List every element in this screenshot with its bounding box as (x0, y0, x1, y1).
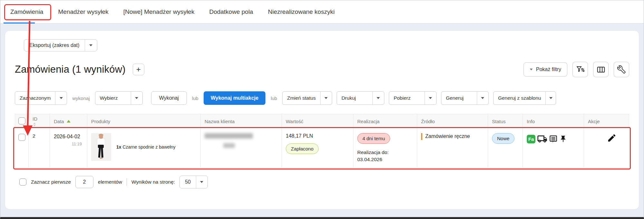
actions-cell (584, 129, 629, 168)
target-select-toggle[interactable] (55, 92, 67, 105)
table-header-row: ID Data Produkty Naz (15, 114, 629, 129)
column-header-source[interactable]: Źródło (417, 114, 488, 129)
column-header-id[interactable]: ID (29, 114, 50, 129)
select-first-label: Zaznacz pierwsze (31, 179, 71, 185)
edit-pencil-icon[interactable] (607, 133, 617, 143)
download-select[interactable]: Pobierz (389, 91, 437, 105)
order-date-cell: 2026-04-02 11:19 (50, 129, 87, 168)
tools-button[interactable] (614, 62, 629, 77)
column-header-status[interactable]: Status (488, 114, 523, 129)
per-page-select[interactable]: 50 (179, 176, 208, 188)
product-thumbnail[interactable] (91, 133, 111, 161)
filter-sort-button[interactable] (572, 62, 588, 77)
download-select-toggle[interactable] (425, 92, 436, 105)
chevron-down-icon (324, 97, 328, 99)
generate-select-value: Generuj (441, 92, 477, 105)
product-quantity: 1x (116, 144, 121, 150)
target-select[interactable]: Zaznaczonym (15, 91, 67, 105)
page-background: Eksportuj (zakres dat) Zamówienia (1 wyn… (0, 23, 644, 217)
generate-template-select[interactable]: Generuj z szablonu (493, 91, 556, 105)
change-status-select[interactable]: Zmień status (282, 91, 332, 105)
column-header-actions: Akcje (584, 114, 629, 129)
generate-template-value: Generuj z szablonu (494, 92, 546, 105)
chevron-down-icon (377, 97, 380, 99)
invoice-icon[interactable]: Fa (527, 135, 535, 143)
generate-template-toggle[interactable] (545, 92, 556, 105)
source-cell: Zamówienie ręczne (417, 129, 488, 168)
pushpin-icon[interactable] (559, 135, 567, 143)
column-header-value[interactable]: Wartość (282, 114, 353, 129)
action-choose-toggle[interactable] (131, 92, 142, 105)
columns-settings-button[interactable] (593, 62, 609, 77)
filter-sort-icon (576, 65, 585, 74)
per-page-label: Wyników na stronę: (131, 179, 175, 185)
column-header-products[interactable]: Produkty (87, 114, 201, 129)
elements-label: elementów (98, 179, 122, 185)
generate-select[interactable]: Generuj (441, 91, 489, 105)
generate-select-toggle[interactable] (477, 92, 488, 105)
column-header-client[interactable]: Nazwa klienta (201, 114, 282, 129)
column-header-date[interactable]: Data (50, 114, 87, 129)
shipping-truck-icon[interactable] (537, 134, 547, 144)
export-date-range-button[interactable]: Eksportuj (zakres dat) (24, 39, 97, 51)
action-choose-value: Wybierz (95, 92, 131, 105)
select-first-count-input[interactable] (75, 176, 93, 188)
print-select-value: Drukuj (337, 92, 372, 105)
execute-button[interactable]: Wykonaj (151, 91, 187, 105)
sort-ascending-icon (67, 120, 71, 123)
sort-toggle-icon (33, 123, 46, 126)
product-line[interactable]: 1x Czarne spodnie z bawełny (116, 144, 176, 150)
columns-icon (597, 65, 605, 74)
print-select[interactable]: Drukuj (337, 91, 384, 105)
orders-panel: Eksportuj (zakres dat) Zamówienia (1 wyn… (5, 31, 639, 209)
row-checkbox[interactable] (18, 134, 25, 141)
per-page-value: 50 (180, 176, 196, 188)
show-filters-button[interactable]: Pokaż filtry (524, 62, 567, 77)
add-order-button[interactable]: + (133, 64, 144, 75)
select-all-checkbox[interactable] (18, 117, 25, 124)
order-row[interactable]: 2 2026-04-02 11:19 (15, 129, 629, 168)
realization-cell: 4 dni temu Realizacja do: 03.04.2026 (353, 129, 417, 168)
chevron-down-icon (89, 44, 92, 46)
select-first-checkbox[interactable] (19, 178, 26, 186)
tab-dodatkowe-pola[interactable]: Dodatkowe pola (209, 0, 253, 23)
note-icon[interactable] (549, 135, 558, 143)
chevron-down-icon (60, 97, 63, 99)
multiactions-button[interactable]: Wykonaj multiakcje (204, 91, 265, 105)
tab-niezrealizowane-koszyki[interactable]: Niezrealizowane koszyki (268, 0, 335, 23)
divider (127, 178, 127, 186)
client-name-redacted-2 (223, 143, 235, 148)
column-header-info: Info (523, 114, 584, 129)
top-tab-bar: Zamówienia Menadżer wysyłek [Nowe] Menad… (0, 0, 644, 23)
column-header-realization[interactable]: Realizacja (353, 114, 417, 129)
change-status-toggle[interactable] (320, 92, 332, 105)
download-select-value: Pobierz (389, 92, 425, 105)
tab-zamowienia[interactable]: Zamówienia (10, 0, 43, 23)
tab-nowe-menadzer-wysylek[interactable]: [Nowe] Menadżer wysyłek (123, 0, 195, 23)
orders-table: ID Data Produkty Naz (15, 114, 629, 168)
order-date: 2026-04-02 (54, 133, 81, 140)
chevron-down-icon (530, 68, 533, 70)
order-total: 148,17 PLN (286, 133, 349, 139)
per-page-toggle[interactable] (196, 176, 207, 188)
tab-menadzer-wysylek[interactable]: Menadżer wysyłek (58, 0, 108, 23)
app-window: Zamówienia Menadżer wysyłek [Nowe] Menad… (0, 0, 644, 219)
export-dropdown-toggle[interactable] (85, 40, 97, 51)
order-source: Zamówienie ręczne (421, 133, 484, 140)
realization-age-badge: 4 dni temu (357, 133, 390, 144)
target-select-value: Zaznaczonym (15, 92, 55, 105)
order-time: 11:19 (54, 141, 83, 146)
info-cell: Fa (523, 129, 584, 168)
chevron-down-icon (135, 97, 138, 99)
order-id-cell: 2 (29, 129, 50, 168)
product-name: Czarne spodnie z bawełny (122, 144, 175, 150)
chevron-down-icon (549, 97, 553, 99)
change-status-value: Zmień status (283, 92, 320, 105)
realization-due-date: 03.04.2026 (357, 156, 413, 163)
order-status-badge: Nowe (492, 133, 514, 144)
action-choose-select[interactable]: Wybierz (95, 91, 143, 105)
order-value-cell: 148,17 PLN Zapłacono (282, 129, 353, 168)
export-button-label: Eksportuj (zakres dat) (24, 40, 85, 51)
or-text-2: lub (270, 96, 278, 101)
print-select-toggle[interactable] (372, 92, 384, 105)
